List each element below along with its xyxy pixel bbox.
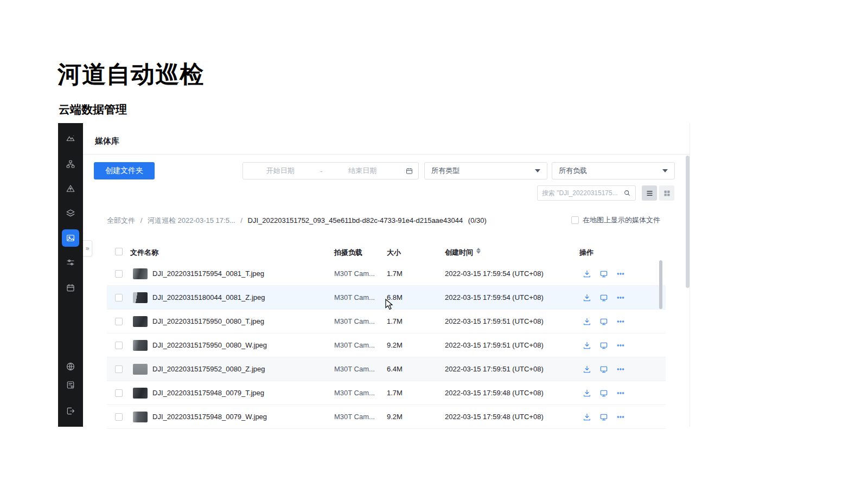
download-icon[interactable]: [582, 364, 591, 374]
breadcrumb-folder[interactable]: 河道巡检 2022-03-15 17:5...: [148, 216, 235, 224]
original-image-icon[interactable]: [599, 364, 608, 374]
layers-icon[interactable]: [62, 204, 79, 222]
table-row[interactable]: DJI_20220315175950_0080_T.jpeg M30T Cam.…: [107, 310, 666, 333]
more-actions-icon[interactable]: [616, 364, 625, 374]
more-actions-icon[interactable]: [616, 317, 625, 326]
create-folder-button[interactable]: 创建文件夹: [94, 162, 155, 179]
task-sliders-icon[interactable]: [62, 254, 79, 271]
row-checkbox[interactable]: [115, 294, 123, 301]
slide-canvas: 河道自动巡检 云端数据管理: [0, 0, 868, 488]
row-operations: [582, 293, 625, 302]
type-filter-value: 所有类型: [431, 166, 459, 176]
start-date-placeholder[interactable]: 开始日期: [243, 166, 318, 176]
row-checkbox[interactable]: [115, 318, 123, 325]
grid-view-button[interactable]: [659, 185, 674, 201]
file-created: 2022-03-15 17:59:51 (UTC+08): [445, 341, 544, 349]
table-row[interactable]: DJI_20220315175954_0081_T.jpeg M30T Cam.…: [107, 262, 666, 286]
breadcrumb-root[interactable]: 全部文件: [107, 216, 135, 224]
file-thumbnail[interactable]: [133, 268, 148, 279]
row-operations: [582, 412, 625, 421]
file-thumbnail[interactable]: [133, 412, 148, 422]
file-thumbnail[interactable]: [133, 316, 148, 327]
download-icon[interactable]: [582, 341, 591, 350]
row-checkbox[interactable]: [115, 342, 123, 349]
search-input[interactable]: [542, 189, 623, 197]
more-actions-icon[interactable]: [616, 388, 625, 397]
row-operations: [582, 388, 625, 397]
organization-icon[interactable]: [62, 156, 79, 173]
row-operations: [582, 341, 625, 350]
row-checkbox[interactable]: [115, 365, 123, 373]
file-thumbnail[interactable]: [133, 292, 148, 303]
file-created: 2022-03-15 17:59:48 (UTC+08): [445, 389, 544, 397]
grid-view-icon: [663, 189, 671, 197]
mission-triangle-icon[interactable]: [62, 180, 79, 197]
mountain-dashboard-icon[interactable]: [62, 130, 79, 147]
download-icon[interactable]: [582, 412, 591, 421]
file-name[interactable]: DJI_20220315175948_0079_W.jpeg: [152, 413, 267, 421]
media-table: 文件名称 拍摄负载 大小 创建时间 操作 DJI_20220315175954_…: [107, 245, 666, 429]
original-image-icon[interactable]: [599, 412, 608, 421]
file-name[interactable]: DJI_20220315175948_0079_T.jpeg: [152, 389, 264, 397]
row-operations: [582, 364, 625, 374]
table-scrollbar-thumb[interactable]: [659, 260, 662, 309]
row-checkbox[interactable]: [115, 270, 123, 278]
file-created: 2022-03-15 17:59:48 (UTC+08): [445, 413, 544, 421]
app-sidebar: [58, 123, 83, 427]
row-checkbox[interactable]: [115, 413, 123, 421]
download-icon[interactable]: [582, 388, 591, 397]
download-icon[interactable]: [582, 269, 591, 278]
document-settings-icon[interactable]: [62, 376, 79, 394]
download-icon[interactable]: [582, 317, 591, 326]
more-actions-icon[interactable]: [616, 293, 625, 302]
original-image-icon[interactable]: [599, 341, 608, 350]
table-row[interactable]: DJI_20220315175952_0080_Z.jpeg M30T Cam.…: [107, 357, 666, 381]
page-scrollbar-thumb[interactable]: [686, 156, 690, 288]
view-toggle: [642, 185, 674, 201]
file-payload: M30T Cam...: [334, 341, 375, 349]
download-icon[interactable]: [582, 293, 591, 302]
selection-count: (0/30): [468, 216, 487, 224]
export-icon[interactable]: [62, 402, 79, 420]
type-filter-select[interactable]: 所有类型: [424, 162, 547, 179]
file-thumbnail[interactable]: [133, 364, 148, 375]
file-created: 2022-03-15 17:59:54 (UTC+08): [445, 293, 544, 301]
file-name[interactable]: DJI_20220315175950_0080_T.jpeg: [152, 317, 264, 325]
file-name[interactable]: DJI_20220315175954_0081_T.jpeg: [152, 269, 264, 278]
search-box[interactable]: [537, 185, 636, 201]
chevron-down-icon: [662, 169, 668, 172]
file-thumbnail[interactable]: [133, 388, 148, 399]
list-view-button[interactable]: [642, 185, 657, 201]
file-thumbnail[interactable]: [133, 340, 148, 351]
payload-filter-select[interactable]: 所有负载: [552, 162, 675, 179]
show-on-map-toggle[interactable]: 在地图上显示的媒体文件: [571, 215, 660, 225]
file-name[interactable]: DJI_20220315175952_0080_Z.jpeg: [152, 365, 265, 373]
original-image-icon[interactable]: [599, 269, 608, 278]
media-library-icon[interactable]: [62, 229, 79, 247]
date-range-picker[interactable]: 开始日期 - 结束日期: [242, 162, 419, 179]
select-all-checkbox[interactable]: [115, 248, 123, 255]
file-name[interactable]: DJI_20220315180044_0081_Z.jpeg: [152, 293, 265, 301]
table-row[interactable]: DJI_20220315180044_0081_Z.jpeg M30T Cam.…: [107, 286, 666, 310]
original-image-icon[interactable]: [599, 317, 608, 326]
original-image-icon[interactable]: [599, 293, 608, 302]
file-name[interactable]: DJI_20220315175950_0080_W.jpeg: [152, 341, 267, 349]
more-actions-icon[interactable]: [616, 412, 625, 421]
row-checkbox[interactable]: [115, 389, 123, 397]
file-size: 9.2M: [387, 413, 403, 421]
more-actions-icon[interactable]: [616, 269, 625, 278]
table-row[interactable]: DJI_20220315175948_0079_T.jpeg M30T Cam.…: [107, 381, 666, 405]
file-payload: M30T Cam...: [334, 293, 375, 301]
sidebar-expand-handle[interactable]: »: [83, 240, 92, 256]
end-date-placeholder[interactable]: 结束日期: [326, 166, 400, 176]
sort-created-icon[interactable]: [476, 248, 481, 254]
table-row[interactable]: DJI_20220315175950_0080_W.jpeg M30T Cam.…: [107, 333, 666, 357]
calendar-icon[interactable]: [62, 279, 79, 297]
table-row[interactable]: DJI_20220315175948_0079_W.jpeg M30T Cam.…: [107, 405, 666, 429]
more-actions-icon[interactable]: [616, 341, 625, 350]
original-image-icon[interactable]: [599, 388, 608, 397]
globe-icon[interactable]: [62, 358, 79, 375]
map-checkbox[interactable]: [571, 216, 579, 224]
breadcrumb: 全部文件 / 河道巡检 2022-03-15 17:5... / DJI_202…: [107, 216, 487, 226]
table-header: 文件名称 拍摄负载 大小 创建时间 操作: [107, 245, 666, 262]
